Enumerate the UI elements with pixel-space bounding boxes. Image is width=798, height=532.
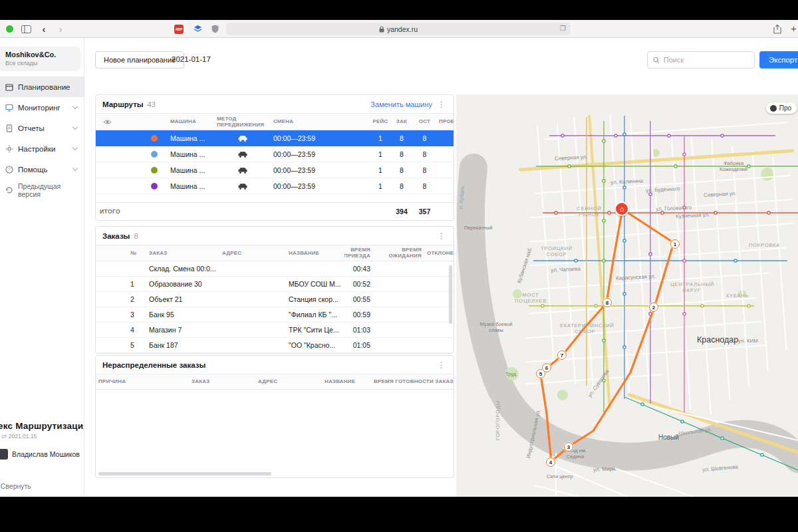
chevron-down-icon [72, 124, 78, 130]
waypoint-marker[interactable]: 3 [564, 442, 573, 452]
col-reason[interactable]: ПРИЧИНА [96, 378, 189, 384]
col-stops[interactable]: ОСТ [413, 118, 436, 124]
car-icon [237, 182, 248, 190]
waypoint-marker[interactable]: 6 [542, 363, 551, 372]
map-layers-control[interactable]: Про [766, 102, 797, 114]
lock-icon [379, 26, 384, 33]
route-row[interactable]: Машина ... 00:00—23:59 1 8 8 [96, 146, 454, 162]
unassigned-title: Нераспределенные заказы [102, 361, 205, 369]
col-name[interactable]: НАЗВАНИЕ [322, 378, 371, 384]
routes-count: 43 [148, 100, 156, 108]
new-tab-button[interactable]: + [791, 23, 797, 34]
col-order[interactable]: ЗАКАЗ [146, 250, 219, 256]
col-shift[interactable]: СМЕНА [271, 118, 370, 124]
shield-extension-icon[interactable] [209, 23, 221, 35]
col-orders[interactable]: ЗАК [390, 118, 413, 124]
orders-scrollbar[interactable] [449, 265, 452, 324]
col-trip[interactable]: РЕЙС [370, 118, 390, 124]
address-bar[interactable]: yandex.ru ❐ [226, 23, 571, 35]
order-row[interactable]: 2 Объект 21 Станция скор... 00:55 [96, 292, 454, 307]
route-row[interactable]: Машина ... 00:00—23:59 1 8 8 [96, 162, 454, 178]
routes-menu-icon[interactable]: ⋮ [436, 100, 447, 109]
route-row[interactable]: Машина ... 00:00—23:59 1 8 8 [96, 130, 454, 146]
svg-text:?: ? [8, 167, 11, 172]
route-color-dot [151, 151, 158, 158]
car-icon [237, 150, 248, 158]
sidebar-item-label: Мониторинг [18, 104, 61, 112]
route-color-dot [151, 135, 158, 142]
col-num[interactable]: № [128, 250, 146, 256]
col-address[interactable]: АДРЕС [255, 378, 322, 384]
orders-title: Заказы [102, 232, 130, 240]
col-deviation[interactable]: ОТКЛОНЕНИЕ [424, 250, 454, 256]
search-input[interactable] [664, 56, 749, 64]
waypoint-marker[interactable]: 8 [602, 298, 612, 307]
col-arrival[interactable]: ВРЕМЯ ПРИЕЗДА [344, 247, 373, 259]
waypoint-marker[interactable]: 7 [557, 350, 567, 360]
sidebar-footer: Яндекс Маршрутизация от 2021.01.15 Влади… [0, 421, 84, 497]
sidebar-item-planning[interactable]: Планирование [0, 76, 84, 97]
orders-menu-icon[interactable]: ⋮ [436, 231, 447, 241]
waypoint-marker[interactable]: 4 [546, 458, 555, 467]
stack-extension-icon[interactable] [192, 23, 203, 35]
depot-marker[interactable]: ⌂ [614, 201, 629, 216]
collapse-sidebar-button[interactable]: « Свернуть [0, 482, 84, 490]
unassigned-hscrollbar[interactable] [98, 472, 271, 475]
total-orders: 394 [390, 207, 413, 215]
planning-date-tab[interactable]: 2021-01-17 [172, 55, 211, 63]
orders-count: 8 [134, 232, 138, 240]
order-row[interactable]: Склад. Смена 00:0... 00:43 [96, 261, 454, 277]
order-row[interactable]: 3 Банк 95 "Филиал КБ "... 00:59 [96, 307, 454, 323]
col-method[interactable]: МЕТОД ПЕРЕДВИЖЕНИЯ [214, 116, 271, 128]
company-switcher[interactable]: Moshikov&Co. Все склады [0, 47, 80, 71]
col-address[interactable]: АДРЕС [219, 250, 286, 256]
url-text: yandex.ru [387, 25, 418, 33]
sidebar-item-help[interactable]: ? Помощь [0, 159, 84, 180]
col-name[interactable]: НАЗВАНИЕ [286, 250, 344, 256]
unassigned-table-header: ПРИЧИНА ЗАКАЗ АДРЕС НАЗВАНИЕ ВРЕМЯ ГОТОВ… [96, 374, 454, 390]
share-icon[interactable] [771, 23, 783, 35]
sidebar-toggle-icon[interactable] [20, 23, 32, 35]
sidebar-item-reports[interactable]: Отчеты [0, 118, 84, 138]
sidebar-item-label: Предыдущая версия [18, 182, 78, 198]
unassigned-empty-body [96, 390, 454, 477]
forward-button[interactable]: › [55, 23, 66, 35]
orders-panel: Заказы 8 ⋮ № ЗАКАЗ АДРЕС НАЗВАНИЕ ВРЕМЯ … [95, 226, 454, 354]
product-logo: Яндекс Маршрутизация [0, 421, 84, 431]
col-ready-time[interactable]: ВРЕМЯ ГОТОВНОСТИ ЗАКАЗА [371, 378, 454, 384]
sidebar-item-settings[interactable]: Настройки [0, 138, 84, 159]
waypoint-marker[interactable]: 1 [670, 239, 680, 249]
sidebar: Moshikov&Co. Все склады Планирование Мон… [0, 38, 84, 497]
col-vehicle[interactable]: МАШИНА [168, 118, 214, 124]
map[interactable]: Северная ул. Северная ул. Фабрика Кожизд… [456, 94, 798, 497]
routes-title: Маршруты [102, 100, 144, 108]
order-row[interactable]: 1 Образование 30 МБОУ СОШ М... 00:52 [96, 277, 454, 292]
reader-mode-icon[interactable]: ❐ [560, 25, 566, 32]
col-order[interactable]: ЗАКАЗ [189, 378, 255, 384]
routes-panel: Маршруты 43 Заменить машину ⋮ МАШИНА МЕТ… [95, 94, 454, 221]
col-wait[interactable]: ВРЕМЯ ОЖИДАНИЯ [373, 247, 424, 259]
help-icon: ? [5, 165, 13, 174]
sidebar-item-label: Планирование [18, 83, 70, 91]
waypoint-marker[interactable]: 2 [649, 303, 658, 312]
adblock-extension-icon[interactable]: ABP [174, 25, 184, 34]
sidebar-item-previous-version[interactable]: Предыдущая версия [0, 180, 84, 200]
route-color-dot [151, 167, 158, 174]
col-mileage[interactable]: ПРОБЕГ [436, 118, 454, 124]
unassigned-menu-icon[interactable]: ⋮ [436, 360, 447, 370]
route-row[interactable]: Машина ... 00:00—23:59 1 8 8 [96, 178, 454, 194]
total-label: ИТОГО [96, 208, 370, 215]
replace-vehicle-link[interactable]: Заменить машину [370, 100, 432, 108]
calendar-icon [5, 82, 13, 91]
user-account[interactable]: Владислав Мошиков [0, 449, 84, 460]
product-version: от 2021.01.15 [1, 433, 84, 440]
order-row[interactable]: 4 Магазин 7 ТРК "Сити Це... 01:03 [96, 323, 454, 338]
sidebar-item-monitoring[interactable]: Мониторинг [0, 97, 84, 118]
traffic-light-green[interactable] [6, 25, 13, 33]
sidebar-item-label: Помощь [18, 166, 47, 174]
back-button[interactable]: ‹ [38, 23, 50, 35]
company-name: Moshikov&Co. [5, 51, 75, 59]
order-row[interactable]: 5 Банк 187 "ОО "Красно... 01:05 [96, 338, 454, 353]
export-button[interactable]: Экспортировать [759, 51, 798, 68]
sidebar-item-label: Настройки [18, 145, 55, 153]
